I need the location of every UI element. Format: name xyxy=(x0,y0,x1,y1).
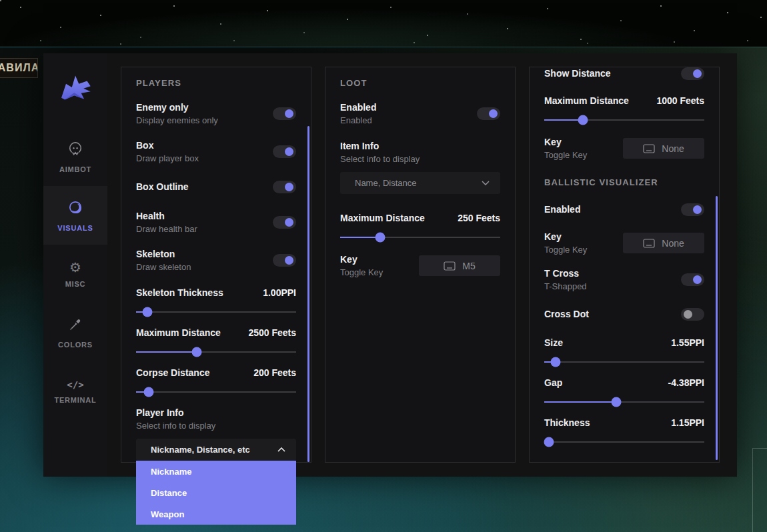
terminal-code-icon: </> xyxy=(67,379,83,390)
slider-label: Gap xyxy=(544,377,562,388)
sidebar-item-label: MISC xyxy=(65,280,86,288)
row-label: Enemy only xyxy=(136,102,218,113)
row-sublabel: Draw skeleton xyxy=(136,262,191,272)
wolf-logo-icon xyxy=(57,70,94,105)
row-label: Key xyxy=(544,231,587,242)
toggle-knob xyxy=(285,183,293,191)
visualizer-card: Show Distance Maximum Distance 1000 Feet… xyxy=(529,67,720,463)
slider-thumb[interactable] xyxy=(192,347,202,357)
select-value: Nickname, Distance, etc xyxy=(151,445,250,455)
sidebar-item-label: AIMBOT xyxy=(59,165,91,173)
row-sublabel: T-Shapped xyxy=(544,281,587,291)
slider-value: 1000 Feets xyxy=(656,95,704,106)
slider-label: Skeleton Thickness xyxy=(136,287,223,298)
loot-enabled-toggle[interactable] xyxy=(477,107,500,120)
slider-label: Maximum Distance xyxy=(544,95,629,106)
dropdown-option-nickname[interactable]: Nickname xyxy=(136,461,296,482)
distance-max-group: Maximum Distance 1000 Feets xyxy=(544,95,704,121)
key-button-label: None xyxy=(662,143,684,154)
loot-max-distance-slider[interactable] xyxy=(340,237,500,238)
sidebar: AIMBOT VISUALS ⚙ MISC xyxy=(43,53,107,477)
loot-key-row: Key Toggle Key M5 xyxy=(340,254,500,277)
gap-slider[interactable] xyxy=(544,401,704,403)
sidebar-item-colors[interactable]: COLORS xyxy=(43,303,107,362)
row-sublabel: Toggle Key xyxy=(340,267,383,277)
ballistic-enabled-toggle[interactable] xyxy=(681,203,704,216)
loot-key-button[interactable]: M5 xyxy=(419,255,500,276)
row-label: Item Info xyxy=(340,141,500,151)
row-label: Player Info xyxy=(136,407,296,418)
box-outline-row: Box Outline xyxy=(136,177,296,197)
cheat-menu-panel: AIMBOT VISUALS ⚙ MISC xyxy=(43,53,737,477)
row-sublabel: Display enemies only xyxy=(136,115,218,125)
dropdown-option-distance[interactable]: Distance xyxy=(136,482,296,503)
t-cross-toggle[interactable] xyxy=(681,273,704,286)
distance-key-button[interactable]: None xyxy=(623,138,704,159)
toggle-knob xyxy=(693,205,702,214)
slider-thumb[interactable] xyxy=(612,397,622,407)
corpse-distance-slider[interactable] xyxy=(136,391,296,393)
item-info-select[interactable]: Name, Distance xyxy=(340,172,500,194)
sidebar-nav: AIMBOT VISUALS ⚙ MISC xyxy=(43,127,107,421)
skeleton-toggle[interactable] xyxy=(273,254,296,267)
sidebar-item-misc[interactable]: ⚙ MISC xyxy=(43,245,107,303)
ballistic-key-button[interactable]: None xyxy=(623,233,704,253)
row-label: Box xyxy=(136,140,199,151)
distance-max-slider[interactable] xyxy=(544,119,704,121)
show-distance-toggle[interactable] xyxy=(681,67,704,80)
slider-thumb[interactable] xyxy=(375,233,386,243)
cross-dot-toggle[interactable] xyxy=(681,308,704,321)
slider-value: 1.55PPI xyxy=(671,337,704,348)
row-label: Health xyxy=(136,211,197,221)
thickness-slider[interactable] xyxy=(544,441,704,443)
ballistic-section-title: BALLISTIC VISUALIZER xyxy=(544,177,704,187)
select-value: Name, Distance xyxy=(355,178,416,188)
toggle-knob xyxy=(285,147,293,156)
enemy-only-toggle[interactable] xyxy=(273,107,296,120)
slider-label: Thickness xyxy=(544,417,590,428)
keyboard-icon xyxy=(643,144,655,153)
screen: АВИЛА xyxy=(0,0,767,532)
slider-value: 1.15PPI xyxy=(671,417,704,428)
row-label: Skeleton xyxy=(136,249,191,259)
slider-value: 200 Feets xyxy=(253,367,296,378)
slider-thumb[interactable] xyxy=(144,387,154,397)
row-sublabel: Toggle Key xyxy=(544,150,587,160)
dropdown-option-weapon[interactable]: Weapon xyxy=(136,503,296,525)
slider-thumb[interactable] xyxy=(550,357,560,367)
size-slider[interactable] xyxy=(544,361,704,363)
slider-value: 250 Feets xyxy=(458,213,500,223)
visualizer-scrollbar[interactable] xyxy=(716,196,718,460)
sidebar-item-visuals[interactable]: VISUALS xyxy=(43,186,107,245)
slider-thumb[interactable] xyxy=(578,115,588,125)
ballistic-key-row: Key Toggle Key None xyxy=(544,231,704,255)
box-row: Box Draw player box xyxy=(136,139,296,164)
sidebar-item-terminal[interactable]: </> TERMINAL xyxy=(43,362,107,421)
loot-enabled-row: Enabled Enabled xyxy=(340,101,500,126)
t-cross-row: T Cross T-Shapped xyxy=(544,267,704,292)
skeleton-thickness-slider[interactable] xyxy=(136,311,296,313)
toggle-knob xyxy=(285,218,293,227)
slider-thumb[interactable] xyxy=(544,437,554,447)
row-sublabel: Draw health bar xyxy=(136,224,197,234)
health-toggle[interactable] xyxy=(273,216,296,229)
slider-value: -4.38PPI xyxy=(668,377,704,388)
box-toggle[interactable] xyxy=(273,145,296,158)
corpse-distance-group: Corpse Distance 200 Feets xyxy=(136,367,296,393)
players-scrollbar[interactable] xyxy=(307,126,309,462)
player-info-select[interactable]: Nickname, Distance, etc xyxy=(136,439,296,461)
slider-thumb[interactable] xyxy=(142,307,152,317)
skeleton-thickness-group: Skeleton Thickness 1.00PPI xyxy=(136,287,296,313)
players-card: PLAYERS Enemy only Display enemies only … xyxy=(121,67,311,463)
game-hud-frame xyxy=(752,448,767,532)
row-label: Enabled xyxy=(544,204,580,215)
show-distance-row: Show Distance xyxy=(544,67,704,83)
loot-card-title: LOOT xyxy=(340,78,500,88)
size-group: Size 1.55PPI xyxy=(544,337,704,363)
players-max-distance-slider[interactable] xyxy=(136,351,296,353)
box-outline-toggle[interactable] xyxy=(273,181,296,193)
sidebar-item-aimbot[interactable]: AIMBOT xyxy=(43,127,107,186)
player-info-select-wrap: Nickname, Distance, etc Nickname Distanc… xyxy=(136,439,296,461)
chevron-up-icon xyxy=(277,447,285,452)
health-row: Health Draw health bar xyxy=(136,209,296,235)
